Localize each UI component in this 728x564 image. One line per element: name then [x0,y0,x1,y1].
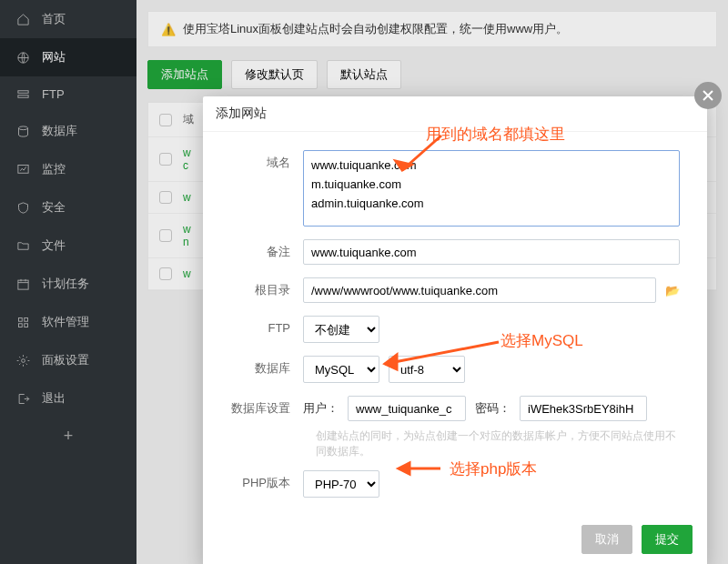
ftp-label: FTP [230,316,303,341]
svg-line-13 [385,342,499,364]
browse-folder-icon[interactable]: 📂 [665,284,680,297]
root-label: 根目录 [230,277,303,303]
arrow-icon [389,460,442,477]
ftp-select[interactable]: 不创建 [303,316,379,343]
close-button[interactable] [694,82,722,109]
annotation-mysql: 选择MySQL [500,330,583,351]
svg-marker-16 [399,463,410,474]
domain-label: 域名 [230,150,303,176]
db-pass-input[interactable] [520,396,647,421]
db-hint: 创建站点的同时，为站点创建一个对应的数据库帐户，方便不同站点使用不同数据库。 [316,428,680,459]
db-label: 数据库 [230,356,303,381]
db-setting-label: 数据库设置 [230,396,303,421]
php-select[interactable]: PHP-70 [303,470,379,498]
db-user-label: 用户： [303,400,339,417]
annotation-domain: 用到的域名都填这里 [426,124,565,145]
remark-label: 备注 [230,239,303,265]
submit-button[interactable]: 提交 [642,525,693,554]
arrow-icon [391,134,446,179]
svg-marker-14 [385,355,397,369]
php-label: PHP版本 [230,470,303,496]
annotation-php: 选择php版本 [450,458,537,479]
cancel-button[interactable]: 取消 [581,525,632,554]
arrow-icon [371,337,508,373]
domain-textarea[interactable]: www.tuiquanke.com m.tuiquanke.com admin.… [303,150,680,227]
add-site-modal: 添加网站 域名 www.tuiquanke.com m.tuiquanke.co… [203,96,707,564]
db-type-select[interactable]: MySQL [303,356,379,383]
remark-input[interactable] [303,239,680,265]
root-input[interactable] [303,277,656,303]
db-pass-label: 密码： [475,400,511,417]
db-user-input[interactable] [348,396,466,421]
